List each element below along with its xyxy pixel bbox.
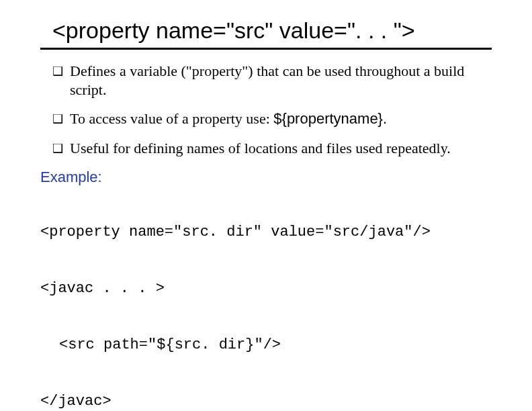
title-underline	[40, 48, 492, 50]
slide: <property name="src" value=". . . "> ❑ D…	[0, 0, 532, 411]
example-label: Example:	[40, 169, 492, 186]
bullet-text: To access value of a property use: ${pro…	[70, 109, 492, 128]
bullet-text: Useful for defining names of locations a…	[70, 139, 492, 158]
bullet-marker-icon: ❑	[52, 62, 70, 81]
code-line: </javac>	[40, 394, 492, 409]
bullet-item: ❑ Useful for defining names of locations…	[52, 139, 492, 158]
code-line: <javac . . . >	[40, 281, 492, 296]
bullet-text-prefix: To access value of a property use:	[70, 110, 273, 127]
code-line: <src path="${src. dir}"/>	[40, 338, 492, 353]
bullet-marker-icon: ❑	[52, 109, 70, 128]
bullet-text-code: ${propertyname}.	[273, 110, 387, 127]
bullet-item: ❑ To access value of a property use: ${p…	[52, 109, 492, 128]
bullet-list: ❑ Defines a variable ("property") that c…	[52, 62, 492, 158]
slide-title: <property name="src" value=". . . ">	[52, 17, 492, 44]
bullet-marker-icon: ❑	[52, 139, 70, 158]
bullet-text: Defines a variable ("property") that can…	[70, 62, 492, 99]
code-example: <property name="src. dir" value="src/jav…	[40, 195, 492, 411]
code-line: <property name="src. dir" value="src/jav…	[40, 225, 492, 240]
bullet-item: ❑ Defines a variable ("property") that c…	[52, 62, 492, 99]
